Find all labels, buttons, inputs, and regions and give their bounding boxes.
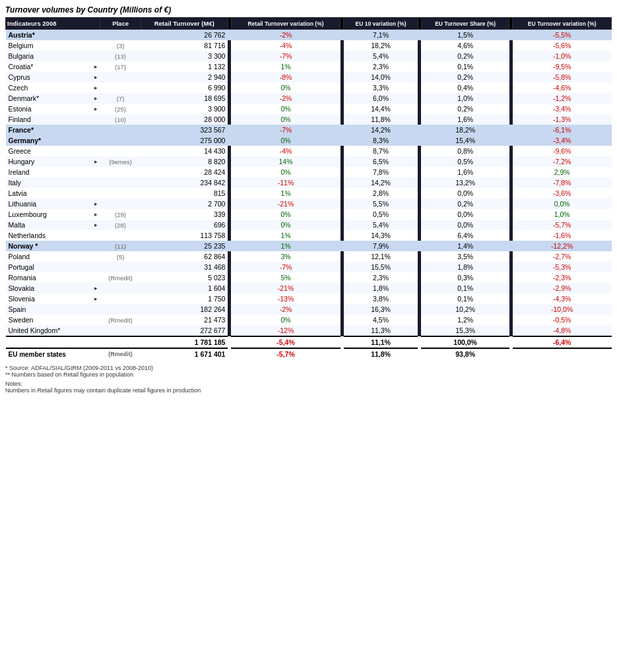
growth-value: 5,5% xyxy=(344,199,418,209)
retail-var: -4% xyxy=(231,146,340,156)
country-name: Poland xyxy=(6,251,92,262)
rank-cell xyxy=(100,167,141,177)
change-value: -3,4% xyxy=(513,104,612,114)
retail-var: -8% xyxy=(231,72,340,82)
growth-value: 14,0% xyxy=(344,72,418,82)
rank-cell: (9emes) xyxy=(100,156,141,167)
growth-value: 18,2% xyxy=(344,40,418,51)
eu-share: 0,0% xyxy=(421,220,509,230)
rank-cell: (10) xyxy=(100,114,141,125)
growth-value: 16,3% xyxy=(344,304,418,315)
change-value: -1,6% xyxy=(513,230,612,241)
arrow-cell: ▸ xyxy=(92,104,100,114)
turnover-value: 62 864 xyxy=(141,251,228,262)
eu-share: 13,2% xyxy=(421,177,509,188)
header-change: EU Turnover variation (%) xyxy=(513,18,612,30)
arrow-cell xyxy=(92,30,100,41)
country-name: Bulgaria xyxy=(6,51,92,61)
country-name: Luxembourg xyxy=(6,209,92,220)
turnover-value: 28 000 xyxy=(141,114,228,125)
turnover-value: 323 567 xyxy=(141,125,228,135)
eu-share: 0,1% xyxy=(421,61,509,72)
eu-share: 0,2% xyxy=(421,72,509,82)
country-name: Cyprus xyxy=(6,72,92,82)
turnover-value: 18 695 xyxy=(141,93,228,104)
rank-cell: (Rmedit) xyxy=(100,315,141,325)
country-name: Netherlands xyxy=(6,230,92,241)
retail-var: 0% xyxy=(231,135,340,146)
retail-var: 5% xyxy=(231,272,340,283)
rank-cell xyxy=(100,146,141,156)
rank-cell xyxy=(100,199,141,209)
rank-cell: (28) xyxy=(100,220,141,230)
change-value: -2,9% xyxy=(513,283,612,293)
arrow-cell xyxy=(92,325,100,336)
arrow-cell: ▸ xyxy=(92,93,100,104)
turnover-value: 234 842 xyxy=(141,177,228,188)
change-value: -12,2% xyxy=(513,241,612,251)
rank-cell xyxy=(100,304,141,315)
eu-share: 4,6% xyxy=(421,40,509,51)
growth-value: 12,1% xyxy=(344,251,418,262)
country-name: Ireland xyxy=(6,167,92,177)
change-value: -2,3% xyxy=(513,272,612,283)
country-name: Austria* xyxy=(6,30,92,41)
growth-value: 7,8% xyxy=(344,167,418,177)
turnover-value: 26 762 xyxy=(141,30,228,41)
change-value: -5,8% xyxy=(513,72,612,82)
growth-value: 2,3% xyxy=(344,61,418,72)
turnover-value: 25 235 xyxy=(141,241,228,251)
growth-value: 5,4% xyxy=(344,220,418,230)
change-value: -7,2% xyxy=(513,156,612,167)
change-value: -1,2% xyxy=(513,93,612,104)
retail-var: 1% xyxy=(231,230,340,241)
eu-share: 0,2% xyxy=(421,51,509,61)
turnover-value: 3 900 xyxy=(141,104,228,114)
arrow-cell xyxy=(92,177,100,188)
turnover-value: 1 132 xyxy=(141,61,228,72)
change-value: -4,3% xyxy=(513,293,612,304)
retail-var: -2% xyxy=(231,30,340,41)
eu-share: 18,2% xyxy=(421,125,509,135)
arrow-cell xyxy=(92,125,100,135)
country-name: Latvia xyxy=(6,188,92,199)
country-name: Estonia xyxy=(6,104,92,114)
subtotal-turnover: 1 671 401 xyxy=(141,348,228,359)
growth-value: 14,4% xyxy=(344,104,418,114)
arrow-cell xyxy=(92,272,100,283)
eu-share: 0,8% xyxy=(421,146,509,156)
retail-var: 0% xyxy=(231,315,340,325)
change-value: -1,3% xyxy=(513,114,612,125)
arrow-cell xyxy=(92,304,100,315)
country-name: Slovenia xyxy=(6,293,92,304)
eu-share: 10,2% xyxy=(421,304,509,315)
retail-var: 0% xyxy=(231,167,340,177)
growth-value: 1,8% xyxy=(344,283,418,293)
rank-cell xyxy=(100,82,141,93)
turnover-value: 31 468 xyxy=(141,262,228,272)
arrow-cell xyxy=(92,241,100,251)
country-name: Belgium xyxy=(6,40,92,51)
subtotal-eu-share: 93,8% xyxy=(421,348,509,359)
growth-value: 8,3% xyxy=(344,135,418,146)
growth-value: 11,3% xyxy=(344,325,418,336)
retail-var: -12% xyxy=(231,325,340,336)
change-value: 2,9% xyxy=(513,167,612,177)
change-value: -2,7% xyxy=(513,251,612,262)
rank-cell: (7) xyxy=(100,93,141,104)
growth-value: 15,5% xyxy=(344,262,418,272)
table-title: Turnover volumes by Country (Millions of… xyxy=(5,5,612,15)
change-value: -1,0% xyxy=(513,51,612,61)
change-value: -3,4% xyxy=(513,135,612,146)
subtotal-rank: (Rmedit) xyxy=(100,348,141,359)
arrow-cell xyxy=(92,135,100,146)
header-country: Indicateurs 2008 xyxy=(6,18,100,30)
rank-cell xyxy=(100,72,141,82)
arrow-cell: ▸ xyxy=(92,61,100,72)
country-name: Norway * xyxy=(6,241,92,251)
total-turnover: 1 781 185 xyxy=(141,336,228,348)
retail-var: 1% xyxy=(231,61,340,72)
subtotal-growth: 11,8% xyxy=(344,348,418,359)
change-value: -10,0% xyxy=(513,304,612,315)
footer-notes: * Source: ADFAL/SIAL/GIRM (2009-2011 vs … xyxy=(5,365,612,394)
